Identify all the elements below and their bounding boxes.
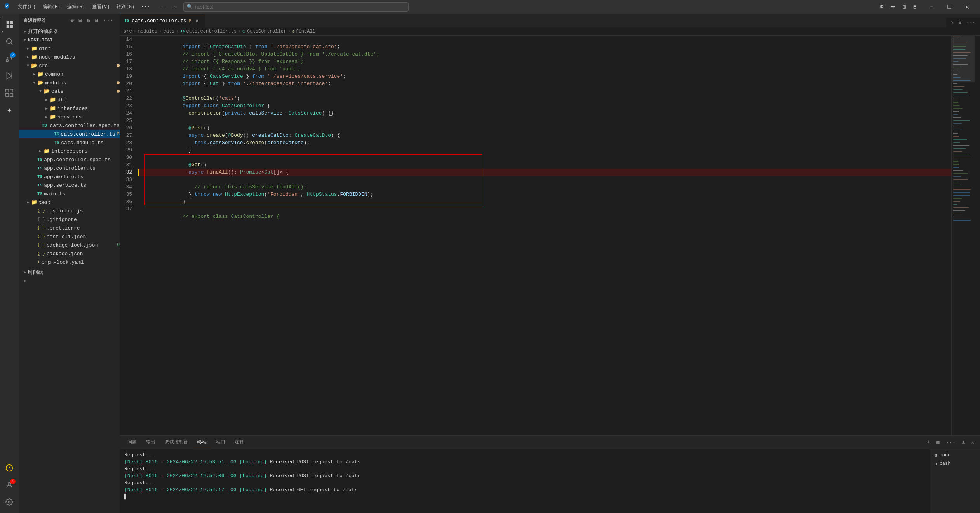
tab-debug-console[interactable]: 调试控制台	[160, 436, 193, 449]
terminal-session-bash[interactable]: ⊡ bash	[930, 459, 980, 468]
terminal-output[interactable]: Request... [Nest] 8016 - 2024/06/22 19:5…	[120, 449, 930, 513]
forward-button[interactable]: →	[169, 3, 178, 11]
activity-problems[interactable]	[2, 460, 17, 476]
tab-terminal[interactable]: 终端	[193, 436, 211, 449]
more-actions-button[interactable]: ···	[101, 16, 115, 24]
breadcrumb-method[interactable]: ⊙ findAll	[292, 29, 315, 34]
sidebar-item-services[interactable]: ▶ 📁 services	[19, 113, 120, 121]
tab-ports[interactable]: 端口	[211, 436, 230, 449]
run-icon[interactable]: ▷	[949, 18, 956, 27]
breadcrumb-cats[interactable]: cats	[163, 29, 174, 34]
sidebar-item-node-modules[interactable]: ▶ 📁 node_modules	[19, 53, 120, 61]
close-button[interactable]: ✕	[958, 0, 976, 14]
app-module-label: app.module.ts	[44, 174, 120, 180]
tab-output[interactable]: 输出	[141, 436, 160, 449]
tab-comments[interactable]: 注释	[230, 436, 249, 449]
activity-copilot[interactable]: ✦	[2, 102, 17, 118]
sidebar-item-dto[interactable]: ▶ 📁 dto	[19, 96, 120, 104]
activity-settings[interactable]	[2, 494, 17, 510]
tab-problems[interactable]: 问题	[123, 436, 141, 449]
split-terminal-button[interactable]: ⊟	[934, 438, 942, 447]
breadcrumb-src[interactable]: src	[124, 29, 132, 34]
back-button[interactable]: ←	[159, 3, 167, 11]
sidebar-item-src[interactable]: ▼ 📂 src	[19, 61, 120, 70]
sidebar-item-prettierrc[interactable]: { } .prettierrc	[19, 224, 120, 232]
sidebar-item-interfaces[interactable]: ▶ 📁 interfaces	[19, 104, 120, 113]
sidebar-item-pnpm-lock[interactable]: ! pnpm-lock.yaml	[19, 258, 120, 266]
activity-account[interactable]: 1	[2, 477, 17, 493]
collapse-all-button[interactable]: ⊟	[93, 16, 100, 24]
menu-more[interactable]: ···	[138, 2, 153, 12]
terminal-session-node[interactable]: ⊡ node	[930, 451, 980, 459]
sidebar-item-cats-module[interactable]: TS cats.module.ts	[19, 138, 120, 147]
menu-view[interactable]: 查看(V)	[89, 2, 113, 12]
sidebar-item-cats[interactable]: ▼ 📂 cats	[19, 87, 120, 96]
maximize-button[interactable]: □	[940, 0, 958, 14]
menu-edit[interactable]: 编辑(E)	[40, 2, 64, 12]
panel-toggle-btn[interactable]: ⬒	[910, 2, 919, 11]
sidebar-item-package-lock[interactable]: { } package-lock.json U	[19, 241, 120, 249]
sidebar-section-timeline[interactable]: ▶	[19, 276, 120, 285]
breadcrumb-class[interactable]: ⬡ CatsController	[242, 29, 286, 34]
line-num-27: 27	[120, 132, 135, 139]
sidebar-item-app-controller[interactable]: TS app.controller.ts	[19, 164, 120, 172]
breadcrumb-file[interactable]: TS cats.controller.ts	[180, 29, 237, 34]
sidebar-item-cats-controller[interactable]: TS cats.controller.ts M	[19, 130, 120, 138]
app-logo	[4, 3, 10, 11]
sidebar-section-outline[interactable]: ▶ 时间线	[19, 268, 120, 276]
new-file-button[interactable]: ⊕	[69, 16, 76, 24]
sidebar-item-gitignore[interactable]: { } .gitignore	[19, 215, 120, 224]
nav-buttons: ← →	[159, 3, 177, 11]
sidebar-item-app-controller-spec[interactable]: TS app.controller.spec.ts	[19, 155, 120, 164]
terminal-tabs-bar: 问题 输出 调试控制台 终端 端口 注释 + ⊟ ··· ▲ ✕	[120, 436, 980, 449]
tab-close-button[interactable]: ✕	[194, 17, 200, 24]
sidebar-section-project[interactable]: ▼ NEST-TEST	[19, 36, 120, 44]
package-lock-label: package-lock.json	[47, 242, 114, 248]
sidebar-section-open-editors[interactable]: ▶ 打开的编辑器	[19, 27, 120, 36]
terminal-more-button[interactable]: ···	[943, 438, 958, 447]
code-content[interactable]: import { CreateCatDto } from './dto/crea…	[138, 36, 951, 435]
sidebar-item-test[interactable]: ▶ 📁 test	[19, 198, 120, 207]
sidebar-item-app-service[interactable]: TS app.service.ts	[19, 181, 120, 190]
sidebar-item-app-module[interactable]: TS app.module.ts	[19, 172, 120, 181]
sidebar-item-dist[interactable]: ▶ 📁 dist	[19, 44, 120, 53]
sidebar-item-modules[interactable]: ▼ 📂 modules	[19, 78, 120, 87]
activity-run[interactable]	[2, 68, 17, 83]
folder-open-icon: 📂	[44, 88, 50, 94]
sidebar-item-common[interactable]: ▶ 📁 common	[19, 70, 120, 78]
sidebar-item-eslintrc[interactable]: { } .eslintrc.js	[19, 207, 120, 215]
sidebar-toggle-btn[interactable]: ◫	[900, 2, 909, 11]
tab-cats-controller[interactable]: TS cats.controller.ts M ✕	[120, 14, 205, 27]
refresh-button[interactable]: ↻	[85, 16, 92, 24]
code-editor[interactable]: 14 15 16 17 18 19 20 21 22 23 24 25 26 2…	[120, 36, 980, 435]
sidebar-item-main[interactable]: TS main.ts	[19, 190, 120, 198]
menu-file[interactable]: 文件(F)	[15, 2, 39, 12]
breadcrumb-modules[interactable]: modules	[138, 29, 157, 34]
activity-search[interactable]	[2, 34, 17, 49]
sidebar-item-package-json[interactable]: { } package.json	[19, 249, 120, 258]
search-bar[interactable]: 🔍	[183, 2, 409, 12]
code-line-36	[138, 198, 951, 205]
sidebar-item-cats-controller-spec[interactable]: TS cats.controller.spec.ts	[19, 121, 120, 130]
maximize-panel-button[interactable]: ▲	[959, 438, 967, 447]
search-input[interactable]	[195, 4, 405, 10]
activity-extensions[interactable]	[2, 85, 17, 101]
activity-explorer[interactable]	[2, 17, 17, 32]
layout-btn[interactable]: ⊞	[877, 2, 886, 11]
interfaces-label: interfaces	[57, 106, 120, 111]
minimize-button[interactable]: ─	[923, 0, 940, 14]
split-editor-icon[interactable]: ⊟	[957, 18, 963, 27]
sidebar-item-interceptors[interactable]: ▶ 📁 interceptors	[19, 147, 120, 155]
folder-icon: 📁	[31, 45, 37, 52]
titlebar: 文件(F) 编辑(E) 选择(S) 查看(V) 转到(G) ··· ← → 🔍 …	[0, 0, 980, 14]
more-editor-actions-icon[interactable]: ···	[965, 18, 977, 27]
menu-goto[interactable]: 转到(G)	[113, 2, 138, 12]
vertical-scrollbar[interactable]	[975, 36, 980, 435]
menu-select[interactable]: 选择(S)	[64, 2, 88, 12]
customize-layout-btn[interactable]: ⚏	[888, 2, 898, 11]
sidebar-item-nest-cli[interactable]: { } nest-cli.json	[19, 232, 120, 241]
add-terminal-button[interactable]: +	[924, 438, 932, 447]
activity-source-control[interactable]: 2	[2, 51, 17, 66]
close-panel-button[interactable]: ✕	[969, 438, 977, 447]
new-folder-button[interactable]: ⊞	[77, 16, 84, 24]
